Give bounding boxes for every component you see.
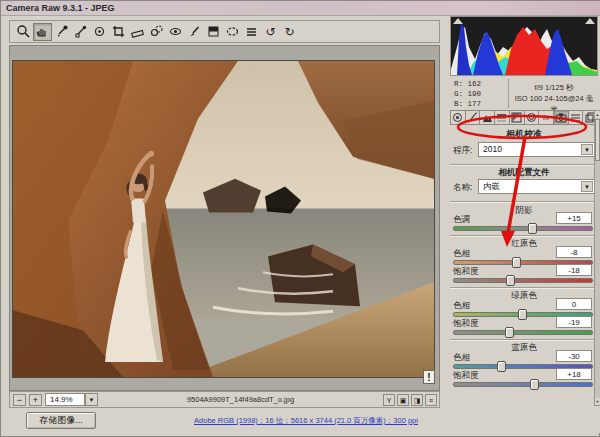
red-hue-value-field[interactable]: -8 — [556, 246, 592, 258]
title-bar[interactable]: Camera Raw 9.3.1 - JPEG — [1, 1, 600, 16]
scroll-down-icon[interactable]: ▼ — [595, 398, 600, 405]
red-saturation-value-field[interactable]: -18 — [556, 264, 592, 276]
targeted-adjustment-tool[interactable] — [90, 23, 109, 41]
save-image-button[interactable]: 存储图像... — [26, 412, 96, 429]
status-bar: − + 14.9% ▼ 9504A9909T_14f49a8cdT_o.jpg … — [9, 391, 440, 408]
tint-slider[interactable] — [453, 226, 593, 231]
photo-preview[interactable] — [12, 60, 435, 378]
blue-saturation-slider[interactable] — [453, 382, 593, 387]
slider-label: 饱和度 — [453, 318, 479, 330]
tint-value-field[interactable]: +15 — [556, 212, 592, 224]
zoom-dropdown-arrow-icon[interactable]: ▼ — [85, 393, 98, 406]
green-saturation-value-field[interactable]: -19 — [556, 316, 592, 328]
preview-menu-button[interactable]: ≡ — [425, 394, 437, 406]
readout-exposure: f/9 1/125 秒 — [512, 82, 596, 93]
camera-profile-section-title: 相机配置文件 — [450, 167, 598, 179]
profile-name-select[interactable]: 内嵌 ▼ — [478, 179, 595, 194]
red-saturation-slider-thumb[interactable] — [506, 275, 515, 286]
adjustment-brush-tool[interactable] — [185, 23, 204, 41]
slider-label: 色相 — [453, 352, 470, 364]
process-select[interactable]: 2010 ▼ — [478, 142, 595, 157]
blue-hue-value-field[interactable]: -30 — [556, 350, 592, 362]
profile-name-value: 内嵌 — [483, 181, 500, 191]
profile-name-label: 名称: — [453, 182, 472, 194]
zoom-in-button[interactable]: + — [29, 394, 42, 406]
process-value: 2010 — [483, 144, 502, 154]
rotate-right-icon: ↻ — [284, 25, 294, 39]
slider-label: 色相 — [453, 300, 470, 312]
slider-label: 色相 — [453, 248, 470, 260]
preview-split-button[interactable]: ▣ — [397, 394, 409, 406]
workflow-options-link[interactable]: Adobe RGB (1998)；16 位；5616 x 3744 (21.0 … — [161, 416, 451, 426]
blue-saturation-value-field[interactable]: +18 — [556, 368, 592, 380]
white-balance-tool[interactable] — [52, 23, 71, 41]
process-label: 程序: — [453, 145, 472, 157]
slider-label: 色调 — [453, 214, 470, 226]
zoom-tool[interactable] — [14, 23, 33, 41]
red-saturation-slider[interactable] — [453, 278, 593, 283]
readout-red: R: 162 — [454, 79, 481, 89]
panel-scrollbar[interactable]: ▲ ▼ — [594, 110, 600, 406]
shadow-clipping-icon[interactable] — [453, 18, 463, 24]
tool-bar: ↺ ↻ — [9, 20, 440, 43]
camera-raw-window: Camera Raw 9.3.1 - JPEG — [0, 0, 600, 437]
green-saturation-slider-thumb[interactable] — [505, 327, 514, 338]
highlight-clipping-icon[interactable] — [585, 18, 595, 24]
green-saturation-slider[interactable] — [453, 330, 593, 335]
rotate-right[interactable]: ↻ — [280, 23, 299, 41]
image-warning-badge: ! — [423, 370, 435, 384]
zoom-level-select[interactable]: 14.9% — [45, 393, 85, 406]
adjustment-panel: R: 162 G: 190 B: 177 f/9 1/125 秒 ISO 100… — [441, 16, 600, 433]
histogram-readouts: R: 162 G: 190 B: 177 f/9 1/125 秒 ISO 100… — [450, 78, 598, 110]
tab-detail[interactable] — [480, 110, 495, 125]
scroll-up-icon[interactable]: ▲ — [595, 111, 600, 118]
zoom-out-button[interactable]: − — [13, 394, 26, 406]
preview-cycle-button[interactable]: Y — [383, 394, 395, 406]
tab-lens-corrections[interactable] — [525, 110, 540, 125]
readout-blue: B: 177 — [454, 99, 481, 109]
tab-camera-calibration[interactable] — [554, 110, 569, 125]
process-dropdown-arrow-icon[interactable]: ▼ — [581, 144, 593, 155]
rotate-left-icon: ↺ — [265, 25, 275, 39]
tab-split-toning[interactable] — [510, 110, 525, 125]
image-filename: 9504A9909T_14f49a8cdT_o.jpg — [98, 395, 383, 404]
tab-presets[interactable] — [569, 110, 584, 125]
blue-saturation-slider-thumb[interactable] — [530, 379, 539, 390]
panel-tabs: fx — [450, 110, 598, 125]
red-eye-removal-tool[interactable] — [166, 23, 185, 41]
hand-tool[interactable] — [33, 23, 52, 41]
panel-title: 相机校准 — [450, 128, 598, 141]
color-sampler-tool[interactable] — [71, 23, 90, 41]
slider-label: 饱和度 — [453, 370, 479, 382]
crop-tool[interactable] — [109, 23, 128, 41]
profile-dropdown-arrow-icon[interactable]: ▼ — [581, 181, 593, 192]
straighten-tool[interactable] — [128, 23, 147, 41]
radial-filter-tool[interactable] — [223, 23, 242, 41]
tab-effects[interactable]: fx — [539, 110, 554, 125]
tab-tone-curve[interactable] — [466, 110, 481, 125]
preview-side-button[interactable]: ◨ — [411, 394, 423, 406]
tint-slider-thumb[interactable] — [528, 223, 537, 234]
open-preferences[interactable] — [242, 23, 261, 41]
tab-basic[interactable] — [450, 110, 466, 125]
image-viewport[interactable]: ! — [9, 45, 440, 391]
graduated-filter-tool[interactable] — [204, 23, 223, 41]
histogram — [450, 16, 598, 76]
scrollbar-thumb[interactable] — [595, 119, 600, 161]
readout-green: G: 190 — [454, 89, 481, 99]
window-title: Camera Raw 9.3.1 - JPEG — [6, 3, 115, 13]
slider-label: 饱和度 — [453, 266, 479, 278]
spot-removal-tool[interactable] — [147, 23, 166, 41]
tab-hsl-grayscale[interactable] — [495, 110, 510, 125]
rotate-left[interactable]: ↺ — [261, 23, 280, 41]
green-hue-value-field[interactable]: 0 — [556, 298, 592, 310]
